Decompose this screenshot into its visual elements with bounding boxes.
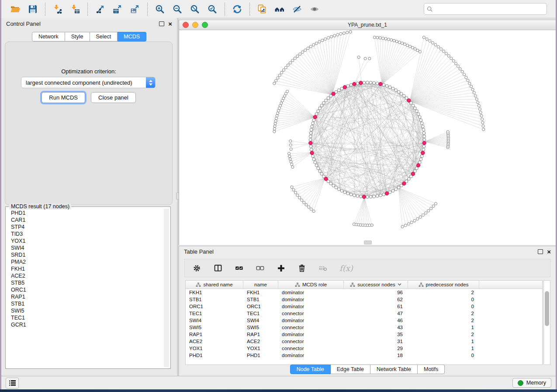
select-all-icon[interactable] — [235, 264, 244, 273]
tab-mcds[interactable]: MCDS — [118, 32, 146, 41]
network-titlebar[interactable]: YPA_prune.txt_1 — [179, 20, 556, 30]
zoom-out-button[interactable] — [170, 2, 184, 16]
table-row[interactable]: ORC1ORC1dominator610 — [186, 303, 542, 310]
tab-motifs[interactable]: Motifs — [418, 364, 445, 374]
hide-selected-button[interactable] — [290, 2, 304, 16]
memory-button[interactable]: Memory — [512, 378, 551, 388]
result-node[interactable]: SWI5 — [11, 307, 163, 314]
tab-edge-table[interactable]: Edge Table — [331, 364, 370, 374]
result-node[interactable]: YOX1 — [11, 237, 163, 244]
result-node[interactable]: RAP1 — [11, 293, 163, 300]
refresh-icon — [232, 4, 242, 14]
toolbar-separator — [87, 3, 88, 16]
show-column-panel-icon[interactable] — [214, 264, 223, 273]
run-mcds-button[interactable]: Run MCDS — [42, 92, 85, 103]
table-cell: 0 — [408, 352, 479, 359]
table-cell: dominator — [278, 303, 344, 310]
add-column-icon[interactable] — [277, 264, 286, 273]
refresh-button[interactable] — [230, 2, 244, 16]
import-table-button[interactable] — [68, 2, 82, 16]
result-node[interactable]: STB5 — [11, 279, 163, 286]
table-row[interactable]: SWI4SWI4dominator462 — [186, 317, 542, 324]
zoom-fit-button[interactable] — [188, 2, 202, 16]
table-row[interactable]: YOX1YOX1connector291 — [186, 345, 542, 352]
table-cell: dominator — [278, 352, 344, 359]
column-header-filler — [479, 281, 542, 289]
result-node[interactable]: TEC1 — [11, 314, 163, 321]
close-panel-button[interactable]: Close panel — [91, 92, 136, 103]
result-node[interactable]: STB1 — [11, 300, 163, 307]
result-node[interactable]: STP4 — [11, 224, 163, 230]
search-input[interactable] — [435, 6, 544, 13]
zoom-in-icon — [155, 4, 165, 14]
deselect-all-icon[interactable] — [256, 264, 265, 273]
result-node[interactable]: PHD1 — [11, 210, 163, 217]
close-table-panel-icon[interactable]: × — [547, 250, 551, 254]
network-splitter-grip[interactable] — [364, 241, 372, 244]
task-history-button[interactable] — [6, 378, 19, 389]
function-builder-icon[interactable]: f(x) — [339, 264, 353, 273]
result-node[interactable]: GCR1 — [11, 321, 163, 328]
mcds-panel: Optimization criterion: largest connecte… — [5, 41, 173, 205]
table-row[interactable]: SWI5SWI5connector431 — [186, 324, 542, 331]
criterion-select[interactable]: largest connected component (undirected) — [21, 77, 156, 88]
export-table-button[interactable] — [111, 2, 125, 16]
column-header[interactable]: MCDS role — [278, 281, 344, 289]
delete-table-icon[interactable] — [318, 264, 328, 273]
result-node[interactable]: TID3 — [11, 230, 163, 237]
column-header[interactable]: name — [243, 281, 278, 289]
tab-network[interactable]: Network — [32, 32, 65, 41]
optimization-criterion-label: Optimization criterion: — [5, 68, 172, 75]
tab-network-table[interactable]: Network Table — [370, 364, 418, 374]
close-panel-icon[interactable]: × — [168, 22, 172, 26]
result-node[interactable]: FKH1 — [11, 265, 163, 272]
result-node[interactable]: CAR1 — [11, 217, 163, 224]
result-node[interactable]: PMA2 — [11, 258, 163, 265]
result-node[interactable]: SWI4 — [11, 244, 163, 251]
export-image-button[interactable] — [128, 2, 142, 16]
column-header[interactable]: predecessor nodes — [408, 281, 479, 289]
import-table-icon — [70, 4, 80, 14]
tab-style[interactable]: Style — [65, 32, 90, 41]
table-row[interactable]: PHD1PHD1dominator180 — [186, 352, 542, 359]
save-session-button[interactable] — [26, 2, 40, 16]
import-network-button[interactable] — [51, 2, 65, 16]
search-box[interactable] — [424, 3, 547, 15]
column-type-icon — [419, 282, 424, 287]
table-panel: Table Panel × — [179, 246, 556, 376]
column-header[interactable]: successor nodes — [344, 281, 408, 289]
copy-style-button[interactable] — [255, 2, 269, 16]
tab-node-table[interactable]: Node Table — [290, 364, 331, 374]
tab-select[interactable]: Select — [90, 32, 118, 41]
float-table-panel-icon[interactable] — [538, 249, 543, 254]
export-network-button[interactable] — [93, 2, 107, 16]
table-row[interactable]: TEC1TEC1connector472 — [186, 310, 542, 317]
network-window: YPA_prune.txt_1 — [179, 20, 556, 245]
table-row[interactable]: FKH1FKH1dominator962 — [186, 289, 542, 296]
result-node[interactable]: SRD1 — [11, 251, 163, 258]
table-row[interactable]: RAP1RAP1dominator352 — [186, 331, 542, 338]
table-settings-gear-icon[interactable] — [193, 264, 202, 273]
open-file-button[interactable] — [8, 2, 22, 16]
result-node[interactable]: ACE2 — [11, 272, 163, 279]
delete-column-icon[interactable] — [298, 264, 307, 273]
first-neighbors-button[interactable] — [273, 2, 287, 16]
table-row[interactable]: ACE2ACE2connector311 — [186, 338, 542, 345]
table-scrollbar-thumb[interactable] — [545, 291, 549, 326]
hide-selected-icon — [292, 4, 302, 14]
table-scrollbar[interactable] — [543, 280, 550, 365]
sort-chevron-icon[interactable] — [398, 283, 401, 286]
result-node[interactable]: ORC1 — [11, 286, 163, 293]
column-header[interactable]: shared name — [186, 281, 243, 289]
table-cell: ORC1 — [186, 303, 243, 310]
node-table[interactable]: shared namenameMCDS rolesuccessor nodesp… — [185, 280, 543, 365]
float-panel-icon[interactable] — [159, 21, 164, 26]
open-folder-icon — [10, 4, 21, 14]
result-scrollbar[interactable] — [164, 209, 169, 367]
show-all-button[interactable] — [308, 2, 322, 16]
zoom-in-button[interactable] — [153, 2, 167, 16]
zoom-selected-button[interactable] — [205, 2, 219, 16]
table-row[interactable]: STB1STB1dominator620 — [186, 296, 542, 303]
table-cell: 2 — [408, 289, 479, 296]
network-canvas[interactable] — [179, 30, 556, 244]
